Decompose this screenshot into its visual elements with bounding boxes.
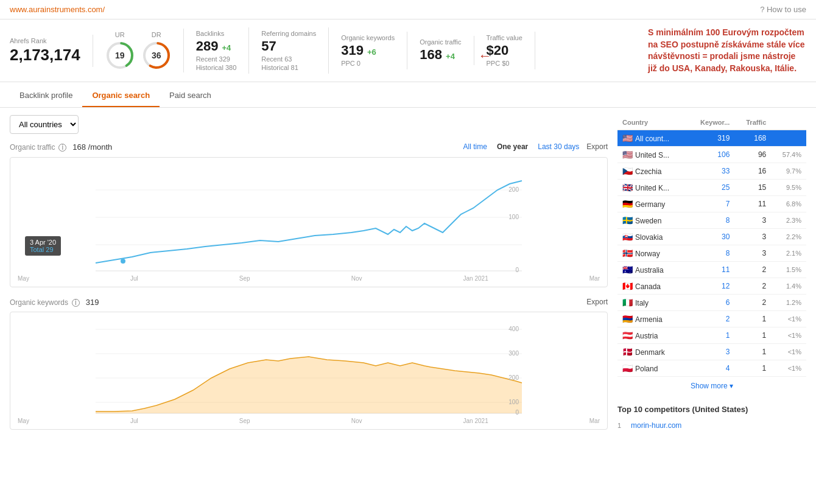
table-row[interactable]: 🇨🇦Canada 12 2 1.4% <box>617 278 806 295</box>
table-row[interactable]: 🇮🇹Italy 6 2 1.2% <box>617 295 806 311</box>
metrics-bar: Ahrefs Rank 2,173,174 UR 19 DR 36 <box>0 19 816 82</box>
organic-traffic-block: Organic traffic 168 +4 ← <box>407 36 474 65</box>
country-cell: 🇮🇹Italy <box>617 295 687 311</box>
pct-cell: 1.4% <box>771 278 806 295</box>
traffic-cell: 2 <box>734 295 771 311</box>
table-row[interactable]: 🇨🇿Czechia 33 16 9.7% <box>617 163 806 180</box>
top-bar: www.aurainstruments.com/ ? How to use <box>0 0 816 19</box>
keywords-cell: 4 <box>687 360 735 377</box>
country-cell: 🇳🇴Norway <box>617 245 687 262</box>
last-30-days-btn[interactable]: Last 30 days <box>535 141 582 152</box>
traffic-export-btn[interactable]: Export <box>586 142 608 151</box>
traffic-cell: 1 <box>734 327 771 344</box>
referring-recent: Recent 63 <box>261 55 316 63</box>
svg-text:0: 0 <box>515 409 519 415</box>
site-url[interactable]: www.aurainstruments.com/ <box>10 5 105 14</box>
country-cell: 🇸🇰Slovakia <box>617 229 687 245</box>
traffic-cell: 11 <box>734 196 771 212</box>
country-cell: 🇩🇪Germany <box>617 196 687 212</box>
keywords-cell: 30 <box>687 229 735 245</box>
chart-tooltip: 3 Apr '20 Total 29 <box>25 236 61 256</box>
pct-cell: <1% <box>771 311 806 327</box>
keywords-cell: 11 <box>687 262 735 278</box>
one-year-btn[interactable]: One year <box>494 141 530 152</box>
all-time-btn[interactable]: All time <box>461 141 490 152</box>
country-cell: 🇩🇰Denmark <box>617 344 687 360</box>
pct-cell: 9.5% <box>771 180 806 196</box>
svg-text:100: 100 <box>508 399 519 405</box>
organic-keywords-title: Organic keywords i 319 <box>10 297 99 307</box>
pct-cell: <1% <box>771 344 806 360</box>
table-row[interactable]: 🇳🇴Norway 8 3 2.1% <box>617 245 806 262</box>
ur-label: UR <box>105 31 135 38</box>
dr-value: 36 <box>152 51 161 60</box>
gauge-block: UR 19 DR 36 <box>93 29 184 72</box>
col-pct <box>771 115 806 130</box>
ahrefs-rank-block: Ahrefs Rank 2,173,174 <box>10 35 93 67</box>
country-cell: 🇸🇪Sweden <box>617 212 687 229</box>
keywords-export-btn[interactable]: Export <box>586 298 608 306</box>
backlinks-historical: Historical 380 <box>196 64 237 71</box>
svg-text:200: 200 <box>508 186 519 193</box>
referring-value: 57 <box>261 38 316 54</box>
col-keywords: Keywor... <box>687 115 735 130</box>
svg-text:200: 200 <box>508 374 519 381</box>
ahrefs-rank-label: Ahrefs Rank <box>10 37 80 44</box>
table-row[interactable]: 🇺🇸All count... 319 168 <box>617 130 806 147</box>
table-row[interactable]: 🇩🇰Denmark 3 1 <1% <box>617 344 806 360</box>
pct-cell: <1% <box>771 327 806 344</box>
traffic-cell: 168 <box>734 130 771 147</box>
pct-cell: 9.7% <box>771 163 806 180</box>
organic-traffic-title: Organic traffic i 168 /month <box>10 142 112 152</box>
organic-traffic-label: Organic traffic <box>420 38 461 46</box>
svg-text:400: 400 <box>508 326 519 332</box>
comp-link[interactable]: morin-huur.com <box>631 421 681 430</box>
table-row[interactable]: 🇸🇪Sweden 8 3 2.3% <box>617 212 806 229</box>
country-cell: 🇦🇺Australia <box>617 262 687 278</box>
tab-organic-search[interactable]: Organic search <box>82 85 160 107</box>
col-traffic: Traffic <box>734 115 771 130</box>
keywords-cell: 25 <box>687 180 735 196</box>
ur-circle: 19 <box>105 41 135 70</box>
table-row[interactable]: 🇺🇸United S... 106 96 57.4% <box>617 147 806 163</box>
table-row[interactable]: 🇦🇲Armenia 2 1 <1% <box>617 311 806 327</box>
table-row[interactable]: 🇦🇹Austria 1 1 <1% <box>617 327 806 344</box>
traffic-cell: 2 <box>734 278 771 295</box>
svg-text:0: 0 <box>515 267 519 272</box>
how-to-link[interactable]: ? How to use <box>760 5 806 14</box>
backlinks-value: 289 +4 <box>196 38 237 54</box>
keywords-cell: 319 <box>687 130 735 147</box>
tab-paid-search[interactable]: Paid search <box>160 85 221 107</box>
show-more-btn[interactable]: Show more ▾ <box>617 377 806 395</box>
col-country: Country <box>617 115 687 130</box>
chart-x-labels: May Jul Sep Nov Jan 2021 Mar <box>15 275 602 282</box>
traffic-cell: 15 <box>734 180 771 196</box>
table-row[interactable]: 🇬🇧United K... 25 15 9.5% <box>617 180 806 196</box>
table-row[interactable]: 🇦🇺Australia 11 2 1.5% <box>617 262 806 278</box>
keywords-cell: 3 <box>687 344 735 360</box>
country-cell: 🇬🇧United K... <box>617 180 687 196</box>
svg-point-8 <box>121 259 125 264</box>
comp-rank: 1 <box>617 422 626 429</box>
table-row[interactable]: 🇸🇰Slovakia 30 3 2.2% <box>617 229 806 245</box>
pct-cell <box>771 130 806 147</box>
organic-kw-value: 319 +6 <box>341 43 395 58</box>
info-icon-keywords: i <box>72 299 80 307</box>
pct-cell: 2.1% <box>771 245 806 262</box>
ahrefs-rank-value: 2,173,174 <box>10 46 80 65</box>
tab-backlink-profile[interactable]: Backlink profile <box>10 85 82 107</box>
ur-value: 19 <box>115 51 125 60</box>
table-row[interactable]: 🇩🇪Germany 7 11 6.8% <box>617 196 806 212</box>
country-cell: 🇦🇲Armenia <box>617 311 687 327</box>
traffic-cell: 1 <box>734 360 771 377</box>
country-select[interactable]: All countries <box>10 115 79 134</box>
organic-keywords-chart: 400 300 200 100 0 May Jul Sep Nov Jan 20… <box>10 312 608 430</box>
table-row[interactable]: 🇵🇱Poland 4 1 <1% <box>617 360 806 377</box>
svg-text:300: 300 <box>508 350 519 357</box>
backlinks-recent: Recent 329 <box>196 55 237 63</box>
traffic-cell: 3 <box>734 245 771 262</box>
pct-cell: <1% <box>771 360 806 377</box>
keywords-cell: 106 <box>687 147 735 163</box>
organic-kw-ppc: PPC 0 <box>341 60 395 67</box>
country-cell: 🇨🇦Canada <box>617 278 687 295</box>
